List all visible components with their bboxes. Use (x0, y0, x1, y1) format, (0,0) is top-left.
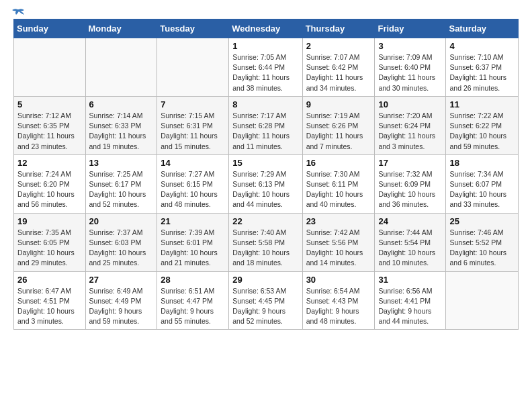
day-number: 16 (306, 158, 371, 168)
day-number: 29 (232, 275, 298, 285)
day-number: 13 (89, 158, 154, 168)
week-row-4: 19Sunrise: 7:35 AM Sunset: 6:05 PM Dayli… (14, 213, 519, 271)
week-row-1: 1Sunrise: 7:05 AM Sunset: 6:44 PM Daylig… (14, 38, 519, 97)
day-number: 14 (161, 158, 225, 168)
calendar-body: 1Sunrise: 7:05 AM Sunset: 6:44 PM Daylig… (14, 38, 519, 330)
day-cell: 18Sunrise: 7:34 AM Sunset: 6:07 PM Dayli… (446, 154, 519, 213)
day-info: Sunrise: 7:32 AM Sunset: 6:09 PM Dayligh… (378, 169, 442, 210)
day-cell (446, 271, 519, 330)
weekday-header-monday: Monday (85, 19, 157, 38)
day-cell: 25Sunrise: 7:46 AM Sunset: 5:52 PM Dayli… (446, 213, 519, 271)
day-cell: 16Sunrise: 7:30 AM Sunset: 6:11 PM Dayli… (302, 154, 375, 213)
day-cell: 13Sunrise: 7:25 AM Sunset: 6:17 PM Dayli… (85, 154, 157, 213)
day-number: 26 (17, 275, 82, 285)
day-cell: 5Sunrise: 7:12 AM Sunset: 6:35 PM Daylig… (14, 96, 86, 154)
day-cell: 27Sunrise: 6:49 AM Sunset: 4:49 PM Dayli… (85, 271, 157, 330)
day-number: 20 (89, 216, 154, 226)
day-info: Sunrise: 7:20 AM Sunset: 6:24 PM Dayligh… (378, 111, 442, 152)
day-info: Sunrise: 7:39 AM Sunset: 6:01 PM Dayligh… (161, 228, 225, 269)
day-info: Sunrise: 7:29 AM Sunset: 6:13 PM Dayligh… (232, 169, 298, 210)
day-cell: 22Sunrise: 7:40 AM Sunset: 5:58 PM Dayli… (229, 213, 302, 271)
day-info: Sunrise: 6:53 AM Sunset: 4:45 PM Dayligh… (232, 286, 298, 327)
day-info: Sunrise: 7:30 AM Sunset: 6:11 PM Dayligh… (306, 169, 371, 210)
day-cell: 3Sunrise: 7:09 AM Sunset: 6:40 PM Daylig… (375, 38, 446, 97)
day-info: Sunrise: 7:35 AM Sunset: 6:05 PM Dayligh… (17, 228, 82, 269)
day-cell: 19Sunrise: 7:35 AM Sunset: 6:05 PM Dayli… (14, 213, 86, 271)
day-number: 7 (161, 99, 225, 109)
day-info: Sunrise: 7:40 AM Sunset: 5:58 PM Dayligh… (232, 228, 298, 269)
day-info: Sunrise: 7:25 AM Sunset: 6:17 PM Dayligh… (89, 169, 154, 210)
day-info: Sunrise: 7:22 AM Sunset: 6:22 PM Dayligh… (449, 111, 515, 152)
day-number: 1 (232, 41, 298, 51)
day-number: 15 (232, 158, 298, 168)
day-cell (14, 38, 86, 97)
day-info: Sunrise: 7:37 AM Sunset: 6:03 PM Dayligh… (89, 228, 154, 269)
day-cell: 6Sunrise: 7:14 AM Sunset: 6:33 PM Daylig… (85, 96, 157, 154)
day-cell: 15Sunrise: 7:29 AM Sunset: 6:13 PM Dayli… (229, 154, 302, 213)
day-number: 22 (232, 216, 298, 226)
day-info: Sunrise: 7:12 AM Sunset: 6:35 PM Dayligh… (17, 111, 82, 152)
weekday-header-thursday: Thursday (302, 19, 375, 38)
day-info: Sunrise: 7:09 AM Sunset: 6:40 PM Dayligh… (378, 52, 442, 93)
day-number: 3 (378, 41, 442, 51)
day-info: Sunrise: 7:14 AM Sunset: 6:33 PM Dayligh… (89, 111, 154, 152)
day-number: 24 (378, 216, 442, 226)
day-info: Sunrise: 7:42 AM Sunset: 5:56 PM Dayligh… (306, 228, 371, 269)
weekday-header-sunday: Sunday (14, 19, 86, 38)
day-cell: 9Sunrise: 7:19 AM Sunset: 6:26 PM Daylig… (302, 96, 375, 154)
day-cell: 17Sunrise: 7:32 AM Sunset: 6:09 PM Dayli… (375, 154, 446, 213)
day-cell: 14Sunrise: 7:27 AM Sunset: 6:15 PM Dayli… (157, 154, 229, 213)
day-number: 19 (17, 216, 82, 226)
day-info: Sunrise: 6:47 AM Sunset: 4:51 PM Dayligh… (17, 286, 82, 327)
day-number: 28 (161, 275, 225, 285)
day-info: Sunrise: 7:34 AM Sunset: 6:07 PM Dayligh… (449, 169, 515, 210)
day-info: Sunrise: 7:19 AM Sunset: 6:26 PM Dayligh… (306, 111, 371, 152)
day-cell (85, 38, 157, 97)
day-info: Sunrise: 7:15 AM Sunset: 6:31 PM Dayligh… (161, 111, 225, 152)
day-info: Sunrise: 7:17 AM Sunset: 6:28 PM Dayligh… (232, 111, 298, 152)
day-cell: 1Sunrise: 7:05 AM Sunset: 6:44 PM Daylig… (229, 38, 302, 97)
week-row-3: 12Sunrise: 7:24 AM Sunset: 6:20 PM Dayli… (14, 154, 519, 213)
day-cell: 21Sunrise: 7:39 AM Sunset: 6:01 PM Dayli… (157, 213, 229, 271)
day-cell: 20Sunrise: 7:37 AM Sunset: 6:03 PM Dayli… (85, 213, 157, 271)
weekday-header-friday: Friday (375, 19, 446, 38)
day-number: 23 (306, 216, 371, 226)
day-info: Sunrise: 6:49 AM Sunset: 4:49 PM Dayligh… (89, 286, 154, 327)
day-number: 9 (306, 99, 371, 109)
day-cell: 2Sunrise: 7:07 AM Sunset: 6:42 PM Daylig… (302, 38, 375, 97)
day-info: Sunrise: 6:51 AM Sunset: 4:47 PM Dayligh… (161, 286, 225, 327)
day-info: Sunrise: 6:54 AM Sunset: 4:43 PM Dayligh… (306, 286, 371, 327)
logo-bird-icon (11, 8, 26, 20)
day-cell: 4Sunrise: 7:10 AM Sunset: 6:37 PM Daylig… (446, 38, 519, 97)
day-cell (157, 38, 229, 97)
day-number: 30 (306, 275, 371, 285)
day-cell: 24Sunrise: 7:44 AM Sunset: 5:54 PM Dayli… (375, 213, 446, 271)
header (13, 12, 519, 13)
week-row-2: 5Sunrise: 7:12 AM Sunset: 6:35 PM Daylig… (14, 96, 519, 154)
day-info: Sunrise: 7:05 AM Sunset: 6:44 PM Dayligh… (232, 52, 298, 93)
day-info: Sunrise: 7:24 AM Sunset: 6:20 PM Dayligh… (17, 169, 82, 210)
day-cell: 12Sunrise: 7:24 AM Sunset: 6:20 PM Dayli… (14, 154, 86, 213)
day-cell: 11Sunrise: 7:22 AM Sunset: 6:22 PM Dayli… (446, 96, 519, 154)
day-number: 2 (306, 41, 371, 51)
weekday-header-wednesday: Wednesday (229, 19, 302, 38)
day-info: Sunrise: 7:46 AM Sunset: 5:52 PM Dayligh… (449, 228, 515, 269)
day-cell: 26Sunrise: 6:47 AM Sunset: 4:51 PM Dayli… (14, 271, 86, 330)
day-number: 25 (449, 216, 515, 226)
weekday-header-saturday: Saturday (446, 19, 519, 38)
day-number: 31 (378, 275, 442, 285)
day-cell: 31Sunrise: 6:56 AM Sunset: 4:41 PM Dayli… (375, 271, 446, 330)
page: SundayMondayTuesdayWednesdayThursdayFrid… (0, 0, 532, 336)
day-info: Sunrise: 7:44 AM Sunset: 5:54 PM Dayligh… (378, 228, 442, 269)
day-number: 12 (17, 158, 82, 168)
calendar-header: SundayMondayTuesdayWednesdayThursdayFrid… (14, 19, 519, 38)
day-number: 27 (89, 275, 154, 285)
day-number: 17 (378, 158, 442, 168)
day-number: 4 (449, 41, 515, 51)
day-cell: 7Sunrise: 7:15 AM Sunset: 6:31 PM Daylig… (157, 96, 229, 154)
day-info: Sunrise: 7:07 AM Sunset: 6:42 PM Dayligh… (306, 52, 371, 93)
calendar-table: SundayMondayTuesdayWednesdayThursdayFrid… (13, 19, 519, 330)
day-cell: 23Sunrise: 7:42 AM Sunset: 5:56 PM Dayli… (302, 213, 375, 271)
day-number: 10 (378, 99, 442, 109)
week-row-5: 26Sunrise: 6:47 AM Sunset: 4:51 PM Dayli… (14, 271, 519, 330)
